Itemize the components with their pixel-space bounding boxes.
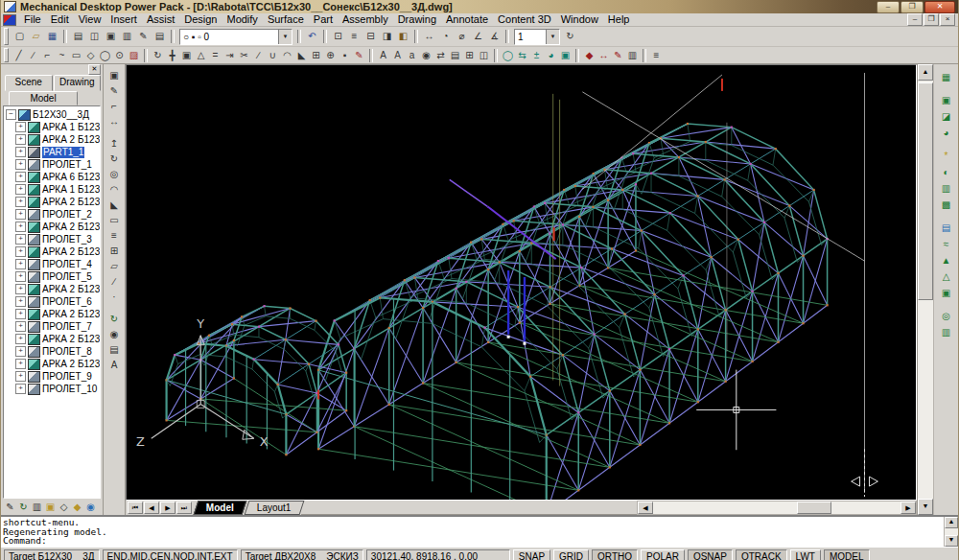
tree-item-арка-6-б1230-1[interactable]: +АРКА 6 Б1230_1 (6, 171, 100, 183)
menu-assist[interactable]: Assist (142, 13, 179, 26)
tree-item-арка-2-б1230-4[interactable]: +АРКА 2 Б1230_4 (6, 245, 100, 258)
menu-insert[interactable]: Insert (105, 13, 142, 26)
mirror-icon[interactable]: △ (194, 49, 208, 62)
rotate-icon[interactable]: ↻ (151, 49, 165, 62)
next-sheet-button[interactable]: ▶ (160, 502, 175, 514)
maximize-button[interactable]: ❐ (901, 1, 924, 13)
tree-expand-icon[interactable]: + (15, 172, 26, 182)
tree-expand-icon[interactable]: + (15, 359, 26, 369)
menu-modify[interactable]: Modify (222, 13, 262, 26)
dim-linear-icon[interactable]: ↔ (421, 29, 437, 44)
last-sheet-button[interactable]: ⏭ (176, 502, 192, 514)
tree-item-б12х30-3д[interactable]: −Б12Х30__3Д (6, 108, 100, 121)
trim-icon[interactable]: ✂ (237, 49, 251, 62)
tree-expand-icon[interactable]: + (15, 271, 26, 282)
model-viewport[interactable]: YXZ (126, 64, 917, 501)
tree-expand-icon[interactable]: + (15, 346, 26, 357)
construction-line-icon[interactable]: ∕ (26, 49, 40, 62)
array-icon[interactable]: ⊞ (309, 49, 323, 62)
menu-drawing[interactable]: Drawing (393, 13, 441, 26)
toggle-grid[interactable]: GRID (553, 549, 589, 560)
grip-icon[interactable]: ▪ (338, 49, 352, 62)
layers-icon[interactable]: ≡ (346, 29, 363, 44)
vertical-scrollbar[interactable]: ▲ ▼ (917, 64, 933, 515)
toggle-snap[interactable]: SNAP (513, 549, 550, 560)
tree-item-пролет-6[interactable]: +ПРОЛЕТ_6 (6, 295, 100, 308)
work-axis-icon[interactable]: ∕ (106, 274, 123, 290)
tree-expand-icon[interactable]: + (15, 134, 26, 145)
toggle-ortho[interactable]: ORTHO (592, 549, 638, 560)
tree-item-арка-2-б1230-6[interactable]: +АРКА 2 Б1230_6 (6, 283, 100, 295)
sketch-dimension-icon[interactable]: ↔ (106, 114, 123, 129)
match-properties-icon[interactable]: ✎ (135, 29, 152, 44)
vscroll-track[interactable] (918, 81, 933, 499)
spline-icon[interactable]: ~ (55, 49, 69, 62)
tree-expand-icon[interactable]: + (15, 159, 26, 170)
print-preview-icon[interactable]: ◫ (86, 29, 103, 44)
dim-angular-icon[interactable]: ∠ (470, 29, 486, 44)
browser-visibility-icon[interactable]: ◇ (58, 501, 70, 514)
menu-annotate[interactable]: Annotate (441, 13, 493, 26)
dim-radius-icon[interactable]: ◔ (437, 29, 454, 44)
circle-icon[interactable]: ◯ (98, 49, 112, 62)
command-line-area[interactable]: shortcut-menu.Regenerating model.Command… (1, 515, 958, 547)
design-center-icon[interactable]: ◨ (379, 29, 395, 44)
properties-icon[interactable]: ⊟ (363, 29, 379, 44)
tree-item-арка-2-б1230-8[interactable]: +АРКА 2 Б1230_8 (6, 333, 100, 345)
profile-icon[interactable]: ⌐ (106, 99, 123, 114)
landscape-new-icon[interactable]: ▲ (938, 252, 955, 268)
first-sheet-button[interactable]: ⏮ (128, 502, 143, 514)
annotation-icon[interactable]: A (106, 358, 123, 373)
tree-expand-icon[interactable]: + (15, 184, 26, 195)
tree-expand-icon[interactable]: − (6, 109, 16, 120)
shell-icon[interactable]: ▭ (106, 213, 123, 228)
tree-expand-icon[interactable]: + (15, 259, 26, 269)
cmd-scroll-down-icon[interactable]: ▼ (945, 535, 958, 547)
extend-icon[interactable]: ⇥ (222, 49, 237, 62)
hide-icon[interactable]: ◪ (938, 108, 955, 125)
orbit-icon[interactable]: ◯ (501, 49, 515, 62)
scroll-right-icon[interactable]: ▶ (901, 502, 916, 514)
fillet-icon[interactable]: ◠ (280, 49, 294, 62)
toggle-otrack[interactable]: OTRACK (736, 549, 787, 560)
power-dimension-icon[interactable]: ↔ (596, 49, 611, 62)
sketch-icon[interactable]: ✎ (106, 83, 123, 99)
dim-style-combo-arrow[interactable]: ▼ (546, 30, 559, 44)
polygon-icon[interactable]: ◇ (83, 49, 98, 62)
plot-icon[interactable]: ▤ (70, 29, 86, 44)
save-icon[interactable]: ▦ (44, 29, 60, 44)
menu-edit[interactable]: Edit (46, 13, 74, 26)
ellipse-icon[interactable]: ⊙ (112, 49, 127, 62)
tree-item-арка-2-б1230-7[interactable]: +АРКА 2 Б1230_7 (6, 308, 100, 320)
scroll-down-icon[interactable]: ▼ (918, 499, 933, 515)
landscape-library-icon[interactable]: ▣ (938, 285, 955, 301)
menu-help[interactable]: Help (603, 13, 635, 26)
power-snap-icon[interactable]: ◆ (582, 49, 596, 62)
power-edit-icon[interactable]: ✎ (611, 49, 625, 62)
browser-delete-icon[interactable]: ▣ (44, 501, 57, 514)
line-icon[interactable]: ╱ (12, 49, 26, 62)
tree-expand-icon[interactable]: + (15, 296, 26, 307)
browser-highlight-icon[interactable]: ◆ (71, 501, 83, 514)
dim-edit-icon[interactable]: ∡ (486, 29, 503, 44)
tree-expand-icon[interactable]: + (15, 222, 26, 232)
copy-object-icon[interactable]: ▣ (179, 49, 194, 62)
tree-item-пролет-9[interactable]: +ПРОЛЕТ_9 (6, 370, 100, 383)
hscroll-thumb[interactable] (797, 502, 831, 514)
tree-item-пролет-8[interactable]: +ПРОЛЕТ_8 (6, 345, 100, 358)
camera-icon[interactable]: ▣ (558, 49, 573, 62)
prev-sheet-button[interactable]: ◀ (144, 502, 159, 514)
command-history[interactable]: shortcut-menu.Regenerating model.Command… (1, 517, 944, 547)
tree-item-пролет-1[interactable]: +ПРОЛЕТ_1 (6, 158, 100, 171)
command-scrollbar[interactable]: ▲ ▼ (944, 517, 958, 547)
toggle-lwt[interactable]: LWT (790, 549, 821, 560)
part-visibility-icon[interactable]: ◉ (106, 327, 123, 342)
tree-item-арка-1-б1230-2[interactable]: +АРКА 1 Б1230_2 (6, 183, 100, 196)
tab-layout1[interactable]: Layout1 (244, 501, 303, 515)
tree-expand-icon[interactable]: + (15, 246, 26, 257)
pan-icon[interactable]: ⇄ (433, 49, 448, 62)
tree-expand-icon[interactable]: + (15, 209, 26, 220)
tree-item-арка-2-б1230-9[interactable]: +АРКА 2 Б1230_9 (6, 358, 100, 370)
minimize-button[interactable]: – (877, 1, 900, 13)
horizontal-scrollbar[interactable]: ◀ ▶ (637, 501, 917, 515)
